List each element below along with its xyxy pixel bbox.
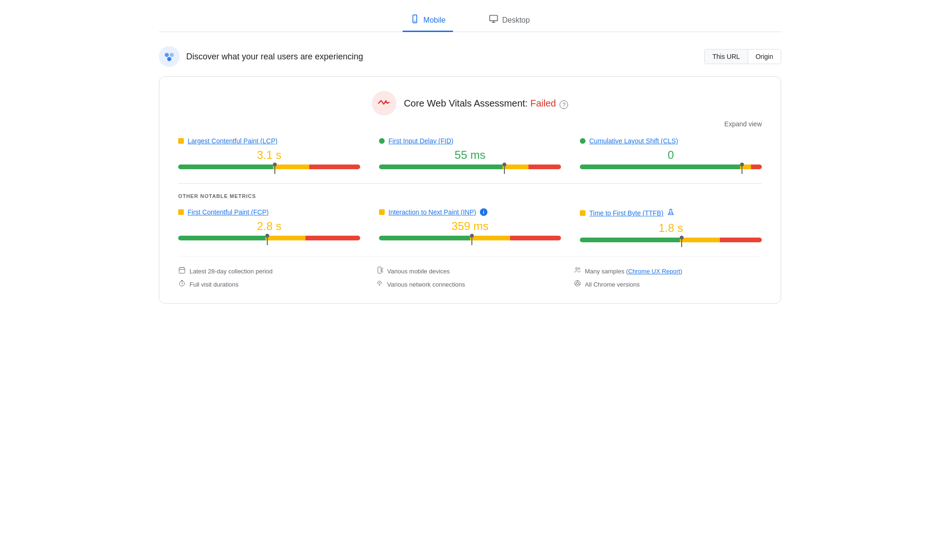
header-left: Discover what your real users are experi…	[159, 46, 363, 67]
inp-seg-orange	[470, 236, 510, 240]
ttfb-beaker-icon[interactable]	[667, 208, 675, 218]
core-metrics-grid: Largest Contentful Paint (LCP) 3.1 s	[178, 137, 762, 169]
timer-icon	[178, 280, 186, 289]
footer-visit-durations: Full visit durations	[178, 280, 366, 289]
assessment-header: Core Web Vitals Assessment: Failed ?	[178, 91, 762, 115]
inp-info-icon[interactable]: i	[480, 208, 487, 216]
inp-marker-line	[471, 238, 472, 245]
lcp-seg-red	[309, 165, 360, 169]
fcp-indicator	[178, 209, 184, 215]
footer-network: Various network connections	[376, 280, 564, 289]
cls-bar	[580, 165, 762, 169]
metric-cls: Cumulative Layout Shift (CLS) 0	[580, 137, 762, 169]
svg-point-16	[576, 268, 577, 270]
fid-seg-orange	[503, 165, 528, 169]
cls-label[interactable]: Cumulative Layout Shift (CLS)	[589, 137, 678, 145]
metric-inp-label-row: Interaction to Next Paint (INP) i	[379, 208, 561, 216]
fcp-marker-dot	[265, 234, 269, 238]
ttfb-track	[580, 238, 762, 242]
inp-bar	[379, 236, 561, 240]
inp-seg-green	[379, 236, 470, 240]
cls-marker-dot	[740, 163, 744, 166]
inp-seg-red	[510, 236, 561, 240]
cls-value: 0	[580, 148, 762, 162]
expand-view-link[interactable]: Expand view	[725, 120, 762, 128]
footer-samples-text: Many samples (Chrome UX Report)	[585, 268, 683, 275]
metric-lcp-label-row: Largest Contentful Paint (LCP)	[178, 137, 360, 145]
svg-rect-15	[382, 268, 384, 272]
lcp-marker	[273, 163, 277, 174]
svg-rect-10	[179, 268, 185, 273]
fid-indicator	[379, 138, 385, 144]
fcp-bar	[178, 236, 360, 240]
network-icon	[376, 280, 383, 289]
inp-indicator	[379, 209, 385, 215]
svg-point-19	[379, 284, 380, 285]
lcp-bar	[178, 165, 360, 169]
footer-mobile-text: Various mobile devices	[387, 268, 450, 275]
other-metrics-grid: First Contentful Paint (FCP) 2.8 s	[178, 208, 762, 242]
ttfb-bar	[580, 238, 762, 242]
other-metrics-label: OTHER NOTABLE METRICS	[178, 193, 762, 199]
footer-collection-text: Latest 28-day collection period	[190, 268, 272, 275]
footer-collection-period: Latest 28-day collection period	[178, 266, 366, 276]
chrome-ux-report-link[interactable]: Chrome UX Report	[628, 268, 680, 275]
fid-label[interactable]: First Input Delay (FID)	[388, 137, 454, 145]
lcp-track	[178, 165, 360, 169]
footer-visit-text: Full visit durations	[190, 281, 239, 288]
fcp-value: 2.8 s	[178, 220, 360, 233]
people-icon	[574, 266, 581, 276]
fid-seg-green	[379, 165, 503, 169]
assessment-icon	[372, 91, 396, 115]
chrome-icon	[574, 280, 581, 289]
fcp-seg-orange	[265, 236, 305, 240]
ttfb-marker-line	[681, 239, 682, 247]
tab-desktop-label: Desktop	[502, 16, 530, 25]
fcp-label[interactable]: First Contentful Paint (FCP)	[188, 208, 269, 216]
inp-label[interactable]: Interaction to Next Paint (INP)	[388, 208, 476, 216]
header-avatar	[159, 46, 180, 67]
assessment-title-prefix: Core Web Vitals Assessment:	[404, 98, 530, 108]
footer-chrome-versions: All Chrome versions	[574, 280, 762, 289]
svg-point-21	[576, 282, 578, 284]
ttfb-label[interactable]: Time to First Byte (TTFB)	[589, 209, 663, 217]
calendar-icon	[178, 266, 186, 276]
svg-point-6	[170, 53, 174, 57]
ttfb-marker-dot	[680, 236, 684, 239]
inp-marker	[470, 234, 474, 245]
fcp-marker	[265, 234, 269, 245]
tab-desktop[interactable]: Desktop	[481, 9, 537, 32]
lcp-value: 3.1 s	[178, 148, 360, 162]
lcp-marker-dot	[273, 163, 277, 166]
lcp-marker-line	[274, 166, 275, 174]
lcp-indicator	[178, 138, 184, 144]
help-icon[interactable]: ?	[560, 100, 568, 109]
section-divider	[178, 183, 762, 184]
origin-button[interactable]: Origin	[748, 49, 781, 64]
cls-marker	[740, 163, 744, 174]
lcp-label[interactable]: Largest Contentful Paint (LCP)	[188, 137, 278, 145]
mobile-icon	[410, 14, 420, 26]
cls-marker-line	[742, 166, 742, 174]
inp-marker-dot	[470, 234, 474, 238]
fcp-marker-line	[267, 238, 268, 245]
svg-point-17	[578, 268, 579, 269]
footer-info: Latest 28-day collection period Various …	[178, 256, 762, 289]
this-url-button[interactable]: This URL	[705, 49, 748, 64]
footer-samples: Many samples (Chrome UX Report)	[574, 266, 762, 276]
fid-marker	[503, 163, 506, 174]
main-card: Core Web Vitals Assessment: Failed ? Exp…	[159, 76, 781, 304]
metric-lcp: Largest Contentful Paint (LCP) 3.1 s	[178, 137, 360, 169]
footer-chrome-text: All Chrome versions	[585, 281, 640, 288]
assessment-status: Failed	[530, 98, 556, 108]
metric-inp: Interaction to Next Paint (INP) i 359 ms	[379, 208, 561, 242]
fcp-seg-red	[305, 236, 360, 240]
metric-fcp-label-row: First Contentful Paint (FCP)	[178, 208, 360, 216]
tab-mobile[interactable]: Mobile	[403, 9, 453, 32]
header-title: Discover what your real users are experi…	[186, 52, 363, 62]
tab-mobile-label: Mobile	[423, 16, 445, 25]
tab-bar: Mobile Desktop	[159, 9, 781, 32]
footer-network-text: Various network connections	[387, 281, 465, 288]
svg-point-5	[165, 53, 169, 57]
metric-fcp: First Contentful Paint (FCP) 2.8 s	[178, 208, 360, 242]
